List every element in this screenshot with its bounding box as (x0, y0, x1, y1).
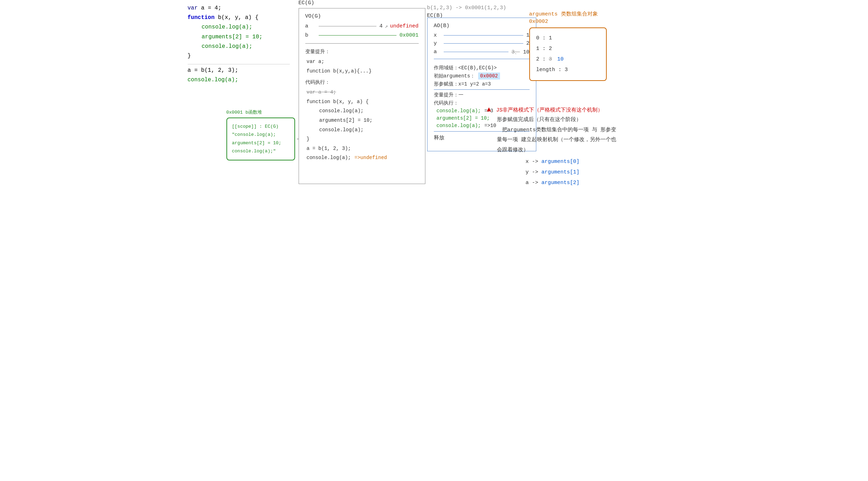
stack-body2: arguments[2] = 10; (232, 139, 289, 147)
map-x-text: x -> (526, 159, 542, 165)
vo-val-a: 4 (379, 23, 382, 29)
code-line-3: console.log(a); (188, 23, 290, 32)
map-x-val: arguments[0] (542, 159, 580, 165)
note-body-1: 形参赋值完成后（只有在这个阶段） (497, 115, 670, 125)
vo-var-a: a (305, 23, 316, 29)
map-y: y -> arguments[1] (526, 167, 580, 178)
param-assign-row: 形参赋值：x=1 y=2 a=3 (434, 81, 530, 87)
vo-g-label: VO(G) (305, 13, 419, 19)
vo-row-b: b 0x0001 (305, 32, 419, 38)
code-spacer (188, 61, 290, 64)
exec-result: =>undefined (355, 153, 387, 163)
code-a-equals-4: a = 4; (201, 5, 221, 11)
init-args-val: 0x0002 (478, 72, 500, 80)
exec-line1: var a = 4; (305, 88, 419, 97)
code-line-5: console.log(a); (188, 42, 290, 51)
ao-line-x (444, 35, 524, 36)
init-args-label: 初始arguments： (434, 73, 475, 79)
ec-g-label: EC(G) (299, 0, 425, 6)
map-a: a -> arguments[2] (526, 178, 580, 188)
args-item-2-old: 3 (549, 56, 552, 62)
args-item-0: 0 : 1 (536, 33, 600, 44)
vo-line-b (319, 35, 397, 36)
args-item-2-new: 10 (557, 56, 564, 62)
exec-close-brace: } (305, 134, 419, 144)
stack-inner: [[scope]] : EC(G) "console.log(a); argum… (226, 118, 295, 160)
ao-val-a-new: 10 (523, 49, 529, 55)
ao-var-y: y (434, 40, 441, 46)
note-body: 形参赋值完成后（只有在这个阶段） 把arguments类数组集合中的每一项 与 … (487, 115, 670, 155)
ao-row-a: a 3、 10 (434, 49, 530, 55)
args-title: arguments 类数组集合对象 (529, 11, 607, 17)
ao-row-x: x 1 (434, 32, 530, 38)
code-section: var a = 4; function b(x, y, a) { console… (188, 4, 290, 85)
exec-call: a = b(1, 2, 3); (305, 144, 419, 153)
ao-val-a: 3、 10 (511, 49, 529, 55)
args-box: 0 : 1 1 : 2 2 : 3 10 length : 3 (529, 27, 607, 81)
exec-final-log-text: console.log(a); (307, 153, 351, 163)
ec-g-section: EC(G) VO(G) a 4 ↗ undefined b 0x0001 变量提… (299, 0, 425, 184)
code-line-2: function b(x, y, a) { (188, 13, 290, 23)
note-header: ▲ JS非严格模式下（严格模式下没有这个机制） (487, 106, 670, 114)
exec-code-1: console.log(a); (437, 108, 481, 114)
hoist-row: 变量提升：一 (434, 89, 530, 98)
stack-scope: [[scope]] : EC(G) (232, 122, 289, 131)
note-body-2: 把arguments类数组集合中的每一项 与 形参变 (497, 125, 670, 135)
ao-line-a (444, 52, 509, 52)
vo-val-b: 0x0001 (399, 32, 418, 38)
hoisting-title: 变量提升： (305, 49, 419, 55)
note-triangle-icon: ▲ (487, 106, 491, 114)
init-args-row: 初始arguments： 0x0002 (434, 73, 530, 79)
map-a-val: arguments[2] (542, 180, 580, 186)
ao-row-y: y 2 (434, 40, 530, 46)
args-item-1: 1 : 2 (536, 44, 600, 54)
top-call-label: b(1,2,3) -> 0x0001(1,2,3) (427, 5, 506, 11)
hoist-title: 变量提升：一 (434, 92, 463, 98)
code-console-final: console.log(a); (188, 77, 238, 83)
exec-code-2: arguments[2] = 10; (437, 115, 490, 121)
ao-var-x: x (434, 32, 441, 38)
code-func-sig: b(x, y, a) { (218, 14, 258, 21)
code-line-4: arguments[2] = 10; (188, 32, 290, 42)
hoisting-line1: var a; (305, 57, 419, 67)
args-addr: 0x0002 (529, 19, 607, 25)
vo-line-a (319, 26, 377, 27)
stack-body3: console.log(a);" (232, 147, 289, 155)
exec-log1: console.log(a); (305, 106, 419, 116)
stack-box: 0x0001 b函数堆 [[scope]] : EC(G) "console.l… (226, 109, 295, 160)
code-arguments: arguments[2] = 10; (202, 34, 263, 40)
ao-b-label: AO(B) (434, 23, 530, 29)
args-section: arguments 类数组集合对象 0x0002 0 : 1 1 : 2 2 :… (529, 11, 607, 81)
exec-strikethrough: var a = 4; (307, 89, 336, 95)
vo-val-undefined: undefined (390, 23, 418, 29)
args-length: length : 3 (536, 65, 600, 75)
exec-final-log: console.log(a); =>undefined (305, 153, 419, 163)
map-a-text: a -> (526, 180, 542, 186)
note-title: JS非严格模式下（严格模式下没有这个机制） (496, 107, 603, 113)
code-line-1: var a = 4; (188, 4, 290, 13)
args-item-2: 2 : 3 10 (536, 54, 600, 65)
stack-body1: "console.log(a); (232, 131, 289, 139)
ec-divider-1 (305, 43, 419, 44)
note-body-4: 会跟着修改） (497, 145, 670, 156)
exec-code-3: console.log(a); (437, 123, 481, 128)
code-console-log-2: console.log(a); (202, 43, 252, 50)
mapping-section: x -> arguments[0] y -> arguments[1] a ->… (526, 157, 580, 188)
code-line-8: console.log(a); (188, 75, 290, 85)
map-y-text: y -> (526, 169, 542, 175)
ec-g-box: VO(G) a 4 ↗ undefined b 0x0001 变量提升： var… (299, 8, 425, 184)
param-assign-text: 形参赋值：x=1 y=2 a=3 (434, 81, 491, 87)
hoisting-line2: function b(x,y,a){...} (305, 67, 419, 76)
exec-log2: console.log(a); (305, 125, 419, 135)
code-line-7: a = b(1, 2, 3); (188, 66, 290, 75)
stack-label: 0x0001 b函数堆 (226, 109, 295, 115)
scope-chain: 作用域链：<EC(B),EC(G)> (434, 65, 530, 71)
note-section: ▲ JS非严格模式下（严格模式下没有这个机制） 形参赋值完成后（只有在这个阶段）… (487, 106, 670, 155)
kw-function: function (188, 14, 215, 21)
exec-args: arguments[2] = 10; (305, 116, 419, 125)
vo-row-a: a 4 ↗ undefined (305, 23, 419, 30)
ao-line-y (444, 43, 524, 44)
exec-line2: function b(x, y, a) { (305, 97, 419, 107)
exec-title: 代码执行： (305, 79, 419, 86)
args-item-2-base: 2 : (536, 56, 549, 62)
